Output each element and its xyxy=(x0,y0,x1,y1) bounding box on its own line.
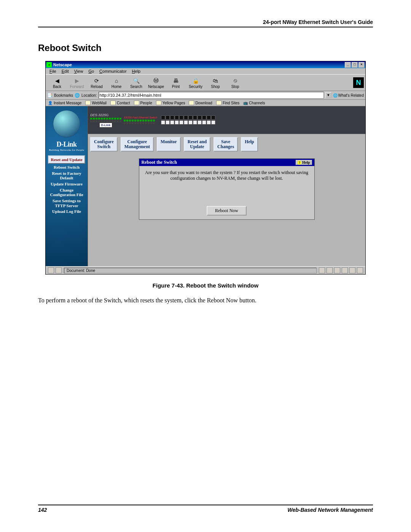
forward-icon: ▶ xyxy=(73,77,81,85)
status-text: Document: Done xyxy=(64,268,317,273)
device-model: DES-3225G xyxy=(90,113,121,117)
folder-icon xyxy=(134,101,139,105)
pt-download[interactable]: Download xyxy=(189,101,212,105)
sidebar-brand: D-Link xyxy=(46,141,88,149)
shop-button[interactable]: 🛍Shop xyxy=(206,77,225,89)
tab-configure-management[interactable]: ConfigureManagement xyxy=(121,137,154,152)
status-netscape-icon xyxy=(48,267,54,273)
person-icon: 👤 xyxy=(48,101,53,105)
reboot-panel: Reboot the Switch ?Help Are you sure tha… xyxy=(139,158,315,220)
help-icon: ? xyxy=(298,161,301,165)
page-content: D-Link Building Networks for People Rese… xyxy=(46,106,365,266)
netscape-throbber-icon: N xyxy=(353,77,364,88)
globe-icon xyxy=(53,110,80,137)
stop-icon: ⦸ xyxy=(231,77,239,85)
sidebar-save-tftp[interactable]: Save Settings to TFTP Server xyxy=(47,198,86,208)
pt-contact[interactable]: Contact xyxy=(110,101,130,105)
panel-help-button[interactable]: ?Help xyxy=(296,160,312,165)
location-dropdown-button[interactable]: ▾ xyxy=(325,92,331,98)
bookmarks-button[interactable]: Bookmarks xyxy=(54,93,73,97)
pt-people[interactable]: People xyxy=(134,101,152,105)
pt-find-sites[interactable]: Find Sites xyxy=(216,101,239,105)
location-bar: 📑 Bookmarks 🌐 Location: ▾ 🌐What's Relate… xyxy=(46,91,365,100)
window-title: Netscape xyxy=(53,62,72,67)
device-graphic: DES-3225G D-Link 10/100 Fast Ethernet Sw… xyxy=(88,106,365,134)
menu-communicator[interactable]: Communicator xyxy=(97,69,129,74)
sidebar-reboot-switch[interactable]: Reboot Switch xyxy=(47,165,86,170)
maximize-button[interactable]: □ xyxy=(352,62,358,68)
stop-button[interactable]: ⦸Stop xyxy=(225,77,245,89)
pt-webmail[interactable]: WebMail xyxy=(85,101,107,105)
window-titlebar: ✦ Netscape _ □ × xyxy=(46,61,365,68)
tab-configure-switch[interactable]: ConfigureSwitch xyxy=(90,137,118,152)
sidebar-upload-log[interactable]: Upload Log File xyxy=(47,209,86,214)
sidebar-change-config[interactable]: Change Configuration File xyxy=(47,188,86,197)
footer-section: Web-Based Network Management xyxy=(287,507,373,513)
sidebar-reset-factory[interactable]: Reset to Factory Default xyxy=(47,171,86,181)
sidebar-update-firmware[interactable]: Update Firmware xyxy=(47,182,86,187)
folder-icon xyxy=(156,101,161,105)
pt-channels[interactable]: 📺Channels xyxy=(243,101,265,105)
menu-view[interactable]: View xyxy=(72,69,86,74)
home-icon: ⌂ xyxy=(113,77,120,85)
section-title: Reboot Switch xyxy=(38,43,373,53)
sidebar-tagline: Building Networks for People xyxy=(46,149,88,152)
sidebar: D-Link Building Networks for People Rese… xyxy=(46,106,88,266)
tab-help[interactable]: Help xyxy=(241,137,258,152)
whats-related-button[interactable]: 🌐What's Related xyxy=(333,93,364,97)
status-icon-1 xyxy=(319,267,325,273)
home-button[interactable]: ⌂Home xyxy=(107,77,126,89)
menu-edit[interactable]: Edit xyxy=(59,69,71,74)
print-icon: 🖶 xyxy=(172,77,180,85)
netscape-button[interactable]: ⓂNetscape xyxy=(146,77,166,89)
sidebar-active-category[interactable]: Reset and Update xyxy=(48,155,85,164)
nav-toolbar: ◀Back ▶Forward ⟳Reload ⌂Home 🔍Search ⓂNe… xyxy=(46,74,365,91)
menu-file[interactable]: File xyxy=(47,69,59,74)
minimize-button[interactable]: _ xyxy=(345,62,351,68)
location-label: Location: xyxy=(81,93,97,97)
netsite-icon: 🌐 xyxy=(75,93,80,98)
reload-icon: ⟳ xyxy=(93,77,100,85)
page-header: 24-port NWay Ethernet Switch User's Guid… xyxy=(38,19,373,27)
device-brand-label: D-Link xyxy=(100,123,112,127)
netscape-icon: ✦ xyxy=(46,62,52,67)
close-button[interactable]: × xyxy=(358,62,365,68)
personal-toolbar: 👤Instant Message WebMail Contact People … xyxy=(46,100,365,106)
bookmarks-icon[interactable]: 📑 xyxy=(47,93,53,98)
security-button[interactable]: 🔒Security xyxy=(186,77,206,89)
back-button[interactable]: ◀Back xyxy=(47,77,67,89)
lock-icon: 🔒 xyxy=(192,77,199,85)
folder-icon xyxy=(189,101,194,105)
menu-go[interactable]: Go xyxy=(86,69,96,74)
page-footer: 142 Web-Based Network Management xyxy=(38,505,373,513)
status-component-icon xyxy=(56,267,62,273)
tab-reset-update[interactable]: Reset andUpdate xyxy=(184,137,210,152)
statusbar: Document: Done xyxy=(46,266,365,274)
shop-icon: 🛍 xyxy=(212,77,219,85)
status-icon-2 xyxy=(327,267,333,273)
tab-monitor[interactable]: Monitor xyxy=(157,137,181,152)
forward-button: ▶Forward xyxy=(67,77,87,89)
panel-title: Reboot the Switch xyxy=(142,160,177,165)
tab-row: ConfigureSwitch ConfigureManagement Moni… xyxy=(88,134,365,155)
pt-instant-message[interactable]: 👤Instant Message xyxy=(48,101,81,105)
print-button[interactable]: 🖶Print xyxy=(166,77,186,89)
reload-button[interactable]: ⟳Reload xyxy=(87,77,107,89)
pt-yellow-pages[interactable]: Yellow Pages xyxy=(156,101,185,105)
menu-help[interactable]: Help xyxy=(130,69,143,74)
url-input[interactable] xyxy=(99,92,324,99)
reboot-now-button[interactable]: Reboot Now xyxy=(207,206,247,216)
tab-save-changes[interactable]: SaveChanges xyxy=(213,137,238,152)
search-icon: 🔍 xyxy=(132,77,140,85)
main-area: DES-3225G D-Link 10/100 Fast Ethernet Sw… xyxy=(88,106,365,266)
status-icon-5 xyxy=(349,267,355,273)
back-icon: ◀ xyxy=(53,77,61,85)
panel-message: Are you sure that you want to restart th… xyxy=(143,170,311,181)
figure-caption: Figure 7-43. Reboot the Switch window xyxy=(38,282,373,289)
device-slot-1 xyxy=(161,115,215,125)
folder-icon xyxy=(85,101,91,105)
search-button[interactable]: 🔍Search xyxy=(126,77,146,89)
folder-icon xyxy=(216,101,221,105)
status-icon-4 xyxy=(342,267,348,273)
page-number: 142 xyxy=(38,507,47,513)
